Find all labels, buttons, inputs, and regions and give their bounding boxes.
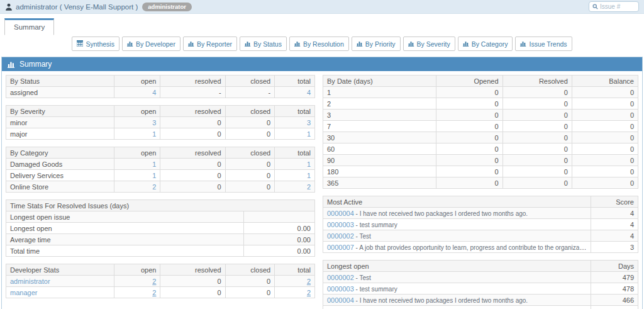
- issue-search-box[interactable]: [589, 1, 639, 12]
- count-link[interactable]: 2: [307, 278, 311, 285]
- table-row: Online Store2002: [6, 181, 315, 193]
- cell: 1: [275, 128, 315, 140]
- toolbar-button-by-priority[interactable]: By Priority: [352, 37, 401, 51]
- cell: 0.00: [244, 223, 315, 234]
- cell: 0: [502, 87, 572, 98]
- cell: 0: [436, 87, 502, 98]
- column-header: closed: [225, 264, 275, 276]
- cell: 0000003 - test summary: [323, 283, 591, 295]
- count-link[interactable]: 2: [152, 278, 156, 285]
- summary-toolbar: SynthesisBy DeveloperBy ReporterBy Statu…: [0, 37, 644, 51]
- issue-link[interactable]: 0000002: [327, 274, 354, 281]
- cell: Total time: [6, 245, 244, 257]
- tab-summary[interactable]: Summary: [4, 18, 54, 35]
- table-row: assigned4--4: [6, 87, 315, 98]
- cell: 0: [502, 177, 572, 189]
- cell: 0: [572, 121, 638, 132]
- count-link[interactable]: 2: [307, 289, 311, 296]
- issue-summary-text: - test summary: [354, 222, 397, 228]
- count-link[interactable]: 1: [152, 130, 156, 138]
- table-row: 0000002 - Test479: [323, 272, 638, 283]
- count-link[interactable]: 1: [307, 130, 311, 138]
- toolbar-button-by-resolution[interactable]: By Resolution: [289, 37, 349, 51]
- cell: 0000004 - I have not received two packag…: [323, 208, 591, 219]
- issue-search-input[interactable]: [600, 3, 635, 10]
- cell: -: [225, 87, 275, 98]
- issue-link[interactable]: 0000007: [327, 244, 354, 251]
- cell: 0.00: [244, 234, 315, 245]
- by-severity-table: By Severityopenresolvedclosedtotalminor3…: [6, 105, 315, 140]
- toolbar-button-label: By Developer: [136, 40, 175, 48]
- table-row: 0000004 - I have not received two packag…: [323, 208, 638, 219]
- issue-summary-text: - Test: [354, 274, 371, 281]
- cell: 0: [436, 155, 502, 166]
- cell: assigned: [6, 87, 114, 98]
- count-link[interactable]: administrator: [10, 278, 50, 285]
- count-link[interactable]: 1: [307, 160, 311, 168]
- cell: 0000004 - I have not received two packag…: [323, 295, 591, 306]
- cell: Average time: [6, 234, 244, 245]
- cell: 4: [591, 208, 638, 219]
- toolbar-button-by-severity[interactable]: By Severity: [403, 37, 455, 51]
- cell: 466: [591, 295, 638, 306]
- current-user-link[interactable]: administrator ( Vensy E-Mall Support ): [16, 3, 138, 11]
- column-header: closed: [225, 147, 275, 159]
- cell: 0: [225, 159, 275, 170]
- bar-chart-icon: [357, 40, 363, 48]
- toolbar-button-issue-trends[interactable]: Issue Trends: [515, 37, 572, 51]
- cell: 1: [114, 128, 160, 140]
- table-row: 3000: [323, 110, 638, 121]
- cell: 0: [160, 276, 225, 287]
- toolbar-button-label: Synthesis: [86, 40, 114, 48]
- count-link[interactable]: 1: [152, 172, 156, 179]
- issue-link[interactable]: 0000004: [327, 210, 354, 217]
- summary-panel: Summary By Statusopenresolvedclosedtotal…: [1, 57, 643, 309]
- cell: 90: [323, 155, 436, 166]
- count-link[interactable]: 2: [152, 183, 156, 191]
- issue-link[interactable]: 0000003: [327, 285, 354, 293]
- count-link[interactable]: manager: [10, 289, 37, 296]
- table-row: 365000: [323, 177, 638, 189]
- cell: 4: [275, 87, 315, 98]
- cell: 60: [323, 143, 436, 155]
- issue-summary-text: - test summary: [354, 286, 397, 293]
- count-link[interactable]: 2: [152, 289, 156, 296]
- person-icon: [5, 3, 13, 11]
- table-row: Average time0.00: [6, 234, 315, 245]
- issue-link[interactable]: 0000004: [327, 296, 354, 304]
- count-link[interactable]: 2: [307, 183, 311, 191]
- table-row: major1001: [6, 128, 315, 140]
- issue-link[interactable]: 0000003: [327, 221, 354, 228]
- count-link[interactable]: 4: [152, 89, 156, 96]
- count-link[interactable]: 4: [307, 89, 311, 96]
- issue-link[interactable]: 0000002: [327, 232, 354, 240]
- toolbar-button-by-status[interactable]: By Status: [240, 37, 287, 51]
- cell: 3: [591, 242, 638, 253]
- column-header: Developer Stats: [6, 264, 114, 276]
- column-header: Resolved: [502, 76, 572, 87]
- toolbar-button-synthesis[interactable]: Synthesis: [72, 37, 119, 51]
- cell: 2: [275, 276, 315, 287]
- toolbar-button-by-developer[interactable]: By Developer: [122, 37, 180, 51]
- toolbar-button-by-category[interactable]: By Category: [458, 37, 513, 51]
- bar-chart-icon: [408, 40, 414, 48]
- search-icon: [592, 4, 598, 9]
- cell: 0: [436, 132, 502, 143]
- right-column: By Date (days)OpenedResolvedBalance10002…: [323, 75, 638, 309]
- count-link[interactable]: 3: [152, 119, 156, 126]
- column-header: closed: [225, 76, 275, 87]
- count-link[interactable]: 3: [307, 119, 311, 126]
- user-bar: administrator ( Vensy E-Mall Support ) a…: [0, 0, 644, 14]
- count-link[interactable]: 1: [307, 172, 311, 179]
- summary-panel-body: By Statusopenresolvedclosedtotalassigned…: [2, 71, 642, 309]
- cell: 0: [502, 110, 572, 121]
- cell: Online Store: [6, 181, 114, 193]
- cell: major: [6, 128, 114, 140]
- cell: 2: [114, 181, 160, 193]
- toolbar-button-by-reporter[interactable]: By Reporter: [183, 37, 237, 51]
- bar-chart-icon: [463, 40, 469, 48]
- table-row: Total time0.00: [6, 245, 315, 257]
- column-header: resolved: [160, 106, 225, 117]
- cell: 2: [275, 181, 315, 193]
- count-link[interactable]: 1: [152, 160, 156, 168]
